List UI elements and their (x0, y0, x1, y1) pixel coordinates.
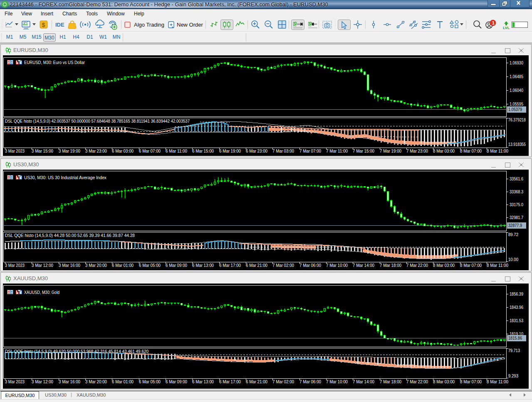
svg-text:7 Mar 10:00: 7 Mar 10:00 (326, 263, 348, 268)
svg-text:6 Mar 07:00: 6 Mar 07:00 (139, 148, 161, 153)
svg-text:33368.3: 33368.3 (510, 189, 523, 194)
svg-text:1831.53: 1831.53 (510, 318, 523, 323)
svg-text:33561.6: 33561.6 (510, 176, 523, 181)
svg-text:6 Mar 17:00: 6 Mar 17:00 (219, 263, 241, 268)
svg-text:7 Mar 07:00: 7 Mar 07:00 (299, 148, 321, 153)
svg-text:3 Mar 16:00: 3 Mar 16:00 (59, 263, 80, 268)
svg-text:3 Mar 19:00: 3 Mar 19:00 (59, 148, 80, 153)
svg-text:3 Mar 16:00: 3 Mar 16:00 (59, 379, 80, 384)
svg-text:6 Mar 15:00: 6 Mar 15:00 (192, 148, 214, 153)
svg-text:7 Mar 10:00: 7 Mar 10:00 (326, 379, 348, 384)
svg-text:7 Mar 22:00: 7 Mar 22:00 (406, 379, 428, 384)
svg-text:3 Mar 20:00: 3 Mar 20:00 (85, 263, 107, 268)
svg-text:8 Mar 07:00: 8 Mar 07:00 (460, 379, 482, 384)
svg-text:7 Mar 06:00: 7 Mar 06:00 (299, 379, 321, 384)
svg-text:1.05379: 1.05379 (508, 107, 522, 112)
svg-text:6 Mar 09:00: 6 Mar 09:00 (166, 379, 187, 384)
svg-text:6 Mar 21:00: 6 Mar 21:00 (246, 379, 267, 384)
svg-text:6 Mar 21:00: 6 Mar 21:00 (246, 263, 267, 268)
svg-text:8 Mar 11:00: 8 Mar 11:00 (487, 263, 508, 268)
svg-text:6 Mar 03:00: 6 Mar 03:00 (112, 148, 134, 153)
svg-text:1856.39: 1856.39 (510, 291, 523, 296)
svg-text:7 Mar 03:00: 7 Mar 03:00 (272, 148, 294, 153)
svg-text:7 Mar 11:00: 7 Mar 11:00 (326, 148, 348, 153)
svg-text:7 Mar 02:00: 7 Mar 02:00 (272, 263, 294, 268)
svg-text:6 Mar 19:00: 6 Mar 19:00 (219, 148, 241, 153)
svg-text:7 Mar 19:00: 7 Mar 19:00 (380, 148, 401, 153)
svg-text:EURUSD,M30: EURUSD,M30 (13, 47, 48, 53)
svg-text:3 Mar 20:00: 3 Mar 20:00 (85, 379, 107, 384)
svg-text:8 Mar 11:00: 8 Mar 11:00 (487, 148, 508, 153)
svg-text:6 Mar 13:00: 6 Mar 13:00 (192, 379, 214, 384)
svg-text:7 Mar 22:00: 7 Mar 22:00 (406, 263, 428, 268)
svg-text:76.379218: 76.379218 (508, 117, 526, 122)
svg-text:1843.96: 1843.96 (510, 305, 523, 310)
svg-text:6 Mar 01:00: 6 Mar 01:00 (112, 379, 134, 384)
svg-text:7 Mar 14:00: 7 Mar 14:00 (353, 263, 374, 268)
svg-text:1.06485: 1.06485 (510, 74, 523, 79)
svg-text:DSL QQE histo (14,5,9.0) 42.00: DSL QQE histo (14,5,9.0) 42.003537 50.00… (5, 118, 190, 123)
svg-text:XAUUSD, M30: Gold: XAUUSD, M30: Gold (24, 290, 59, 295)
svg-text:3 Mar 12:00: 3 Mar 12:00 (32, 263, 53, 268)
svg-text:8 Mar 07:00: 8 Mar 07:00 (460, 148, 482, 153)
svg-text:6 Mar 05:00: 6 Mar 05:00 (139, 379, 161, 384)
svg-text:1.05595: 1.05595 (510, 101, 523, 106)
svg-text:1.06930: 1.06930 (510, 60, 523, 65)
svg-text:32981.7: 32981.7 (510, 215, 523, 220)
svg-text:9.293: 9.293 (508, 373, 518, 378)
svg-text:6 Mar 01:00: 6 Mar 01:00 (112, 263, 134, 268)
svg-text:6 Mar 23:00: 6 Mar 23:00 (246, 148, 267, 153)
svg-text:10.00: 10.00 (508, 257, 518, 262)
svg-text:6 Mar 11:00: 6 Mar 11:00 (166, 148, 187, 153)
svg-text:32877.9: 32877.9 (508, 223, 522, 228)
svg-text:8 Mar 07:00: 8 Mar 07:00 (460, 263, 482, 268)
svg-text:7 Mar 18:00: 7 Mar 18:00 (380, 379, 401, 384)
svg-text:3 Mar 2023: 3 Mar 2023 (5, 148, 25, 153)
svg-text:DSL QQE histo (14,5,9.0) 49.62: DSL QQE histo (14,5,9.0) 49.620 50.000 5… (5, 349, 148, 354)
svg-text:US30, M30: US 30 Industrial A: US30, M30: US 30 Industrial Average Inde… (24, 175, 106, 180)
svg-text:8 Mar 03:00: 8 Mar 03:00 (433, 379, 455, 384)
svg-text:1815.86: 1815.86 (508, 335, 522, 340)
svg-text:8 Mar 03:00: 8 Mar 03:00 (433, 263, 455, 268)
svg-text:7 Mar 14:00: 7 Mar 14:00 (353, 379, 374, 384)
svg-text:3 Mar 2023: 3 Mar 2023 (5, 379, 25, 384)
svg-text:6 Mar 17:00: 6 Mar 17:00 (219, 379, 241, 384)
svg-text:79.713: 79.713 (508, 348, 520, 353)
svg-text:7 Mar 23:00: 7 Mar 23:00 (406, 148, 428, 153)
svg-text:6 Mar 13:00: 6 Mar 13:00 (192, 263, 214, 268)
svg-text:7 Mar 06:00: 7 Mar 06:00 (299, 263, 321, 268)
svg-text:3 Mar 12:00: 3 Mar 12:00 (32, 379, 53, 384)
svg-text:DSL QQE histo (14,5,9.0) 44.28: DSL QQE histo (14,5,9.0) 44.28 50.00 52.… (5, 233, 135, 238)
svg-text:3 Mar 23:00: 3 Mar 23:00 (85, 148, 107, 153)
svg-text:US30,M30: US30,M30 (13, 161, 39, 168)
svg-text:13.918355: 13.918355 (508, 142, 526, 147)
svg-text:3 Mar 15:00: 3 Mar 15:00 (32, 148, 53, 153)
svg-text:7 Mar 02:00: 7 Mar 02:00 (272, 379, 294, 384)
svg-text:6 Mar 05:00: 6 Mar 05:00 (139, 263, 161, 268)
svg-text:8 Mar 11:00: 8 Mar 11:00 (487, 379, 508, 384)
svg-text:7 Mar 15:00: 7 Mar 15:00 (353, 148, 374, 153)
svg-text:7 Mar 18:00: 7 Mar 18:00 (380, 263, 401, 268)
svg-text:EURUSD, M30: Euro vs US Dolla: EURUSD, M30: Euro vs US Dollar (24, 60, 85, 65)
svg-text:3 Mar 2023: 3 Mar 2023 (5, 263, 25, 268)
svg-text:XAUUSD,M30: XAUUSD,M30 (13, 275, 48, 281)
svg-text:6 Mar 09:00: 6 Mar 09:00 (166, 263, 187, 268)
svg-text:89.72: 89.72 (508, 232, 518, 237)
svg-text:8 Mar 03:00: 8 Mar 03:00 (433, 148, 455, 153)
svg-text:1.06040: 1.06040 (510, 88, 523, 93)
svg-text:33175.0: 33175.0 (510, 202, 523, 207)
